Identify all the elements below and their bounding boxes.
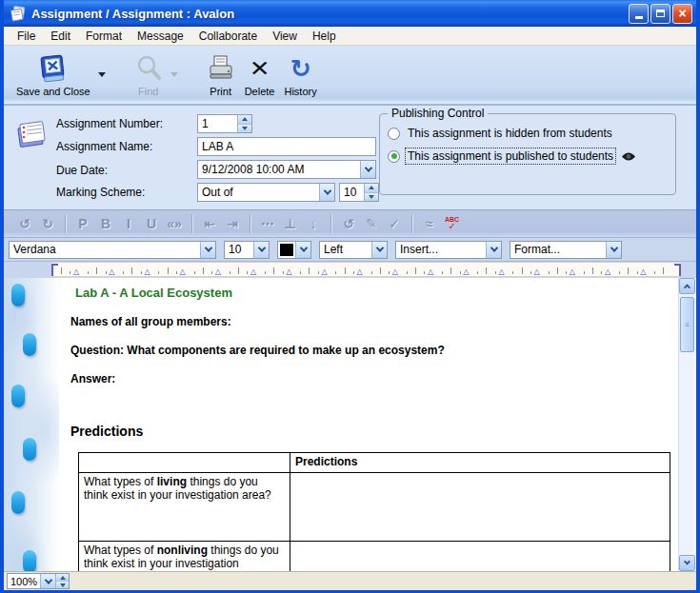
indent-increase-icon[interactable]: ⇥ (223, 214, 242, 233)
assignment-name-input[interactable]: LAB A (197, 137, 376, 156)
spin-up-icon[interactable] (365, 184, 378, 192)
spin-down-icon[interactable] (56, 581, 69, 588)
print-button[interactable]: Print (202, 49, 240, 99)
save-and-close-dropdown[interactable] (95, 49, 109, 99)
spin-down-icon[interactable] (238, 124, 251, 133)
redo-icon[interactable]: ↻ (38, 214, 57, 233)
baseline-icon[interactable]: ⊥ (281, 214, 300, 233)
accept-changes-icon[interactable]: ✓ (385, 214, 404, 233)
menu-view[interactable]: View (265, 28, 305, 45)
menu-edit[interactable]: Edit (43, 28, 78, 45)
document-editor[interactable]: Lab A - A Local Ecosystem Names of all g… (59, 278, 681, 571)
scrollbar-thumb[interactable]: ≡ (680, 297, 694, 352)
tab-stop-icon: △ (498, 268, 504, 276)
chevron-down-icon[interactable] (253, 242, 269, 258)
due-date-combo[interactable]: 9/12/2008 10:00 AM (197, 160, 376, 179)
stationery-capsule (11, 284, 25, 306)
marking-scheme-combo[interactable]: Out of (197, 183, 335, 202)
bold-icon[interactable]: B (96, 214, 115, 233)
alignment-combo[interactable]: Left (319, 241, 388, 259)
maximize-button[interactable] (650, 4, 670, 24)
save-and-close-label: Save and Close (16, 86, 90, 97)
app-icon (10, 5, 27, 22)
stationery-capsule (23, 550, 36, 571)
chevron-down-icon[interactable] (200, 242, 215, 258)
pen-icon[interactable]: ✎ (362, 214, 381, 233)
spin-up-icon[interactable] (238, 115, 251, 124)
chevron-down-icon[interactable] (360, 161, 375, 178)
ruler-right-margin-marker[interactable] (674, 264, 681, 276)
scroll-up-button[interactable] (679, 278, 695, 294)
tab-stop-icon: △ (463, 268, 469, 276)
stationery-capsule (23, 438, 36, 461)
menu-message[interactable]: Message (130, 28, 191, 45)
table-question-cell[interactable]: What types of nonliving things do you th… (79, 542, 290, 572)
radio-hidden-from-students[interactable]: This assignment is hidden from students (388, 126, 614, 141)
font-size-combo[interactable]: 10 (224, 241, 270, 259)
zoom-combo[interactable]: 100% (7, 573, 70, 589)
minimize-button[interactable] (629, 4, 649, 24)
table-row: What types of nonliving things do you th… (79, 542, 670, 572)
refresh-icon[interactable]: ↺ (339, 214, 358, 233)
chevron-down-icon[interactable] (486, 242, 501, 258)
radio-icon[interactable] (388, 128, 400, 140)
application-window: Assignment / Assignment : Avalon × File … (0, 0, 700, 593)
delete-icon: ✕ (250, 57, 270, 79)
table-header-cell[interactable] (79, 453, 290, 473)
menu-format[interactable]: Format (78, 28, 130, 45)
assignment-name-label: Assignment Name: (56, 140, 152, 153)
table-question-cell[interactable]: What types of living things do you think… (79, 473, 290, 542)
spin-down-icon[interactable] (365, 192, 378, 202)
scribble-icon[interactable]: ≈ (420, 214, 439, 233)
font-toolbar: Verdana 10 Left Insert... Format... (4, 238, 696, 262)
paragraph-icon[interactable]: P (73, 214, 92, 233)
table-header-cell[interactable]: Predictions (290, 453, 670, 473)
font-color-combo[interactable] (277, 241, 311, 259)
eye-icon (621, 151, 636, 162)
underline-icon[interactable]: U (142, 214, 161, 233)
ruler-row: △△△△△△△△△△△△△△△△△ (4, 262, 696, 278)
marking-points-spinner[interactable]: 10 (339, 183, 379, 202)
table-answer-cell[interactable] (290, 473, 670, 542)
menu-help[interactable]: Help (305, 28, 344, 45)
save-and-close-icon (38, 52, 69, 85)
maximize-icon (656, 10, 665, 17)
doc-paragraph: Names of all group members: (70, 315, 681, 328)
save-and-close-button[interactable]: Save and Close (11, 49, 95, 99)
chevron-down-icon[interactable] (319, 184, 334, 201)
close-button[interactable]: × (672, 4, 692, 24)
assignment-number-spinner[interactable]: 1 (197, 114, 252, 133)
indent-decrease-icon[interactable]: ⇤ (200, 214, 219, 233)
window-title: Assignment / Assignment : Avalon (31, 7, 627, 21)
menu-bar: File Edit Format Message Collaborate Vie… (4, 27, 696, 46)
doc-paragraph: Answer: (70, 372, 681, 385)
find-button[interactable]: Find (130, 49, 168, 99)
ruler-left-margin-marker[interactable] (51, 264, 58, 276)
menu-collaborate[interactable]: Collaborate (191, 28, 265, 45)
italic-icon[interactable]: I (119, 214, 138, 233)
find-dropdown[interactable] (168, 49, 181, 99)
radio-selected-icon[interactable] (388, 150, 400, 163)
chevron-down-icon[interactable] (40, 574, 55, 588)
spin-up-icon[interactable] (56, 574, 69, 581)
font-family-combo[interactable]: Verdana (9, 241, 216, 259)
radio-published-to-students[interactable]: This assignment is published to students (388, 148, 636, 164)
tab-stops-icon[interactable]: ⋯ (258, 214, 277, 233)
marking-scheme-label: Marking Scheme: (56, 186, 145, 199)
format-combo[interactable]: Format... (510, 241, 622, 259)
insert-below-icon[interactable]: ↓ (304, 214, 323, 233)
vertical-scrollbar[interactable]: ≡ (678, 278, 694, 571)
special-characters-icon[interactable]: «» (165, 214, 184, 233)
table-answer-cell[interactable] (290, 542, 670, 572)
undo-icon[interactable]: ↺ (15, 214, 34, 233)
history-button[interactable]: ↻ History (279, 49, 321, 99)
insert-combo[interactable]: Insert... (395, 241, 502, 259)
chevron-down-icon[interactable] (295, 242, 310, 258)
title-bar: Assignment / Assignment : Avalon × (4, 0, 696, 27)
delete-button[interactable]: ✕ Delete (240, 49, 280, 99)
chevron-down-icon[interactable] (606, 242, 621, 258)
spellcheck-icon[interactable]: ABC✓ (445, 216, 459, 231)
chevron-down-icon[interactable] (371, 242, 387, 258)
scroll-down-button[interactable] (679, 555, 695, 571)
menu-file[interactable]: File (10, 28, 43, 45)
